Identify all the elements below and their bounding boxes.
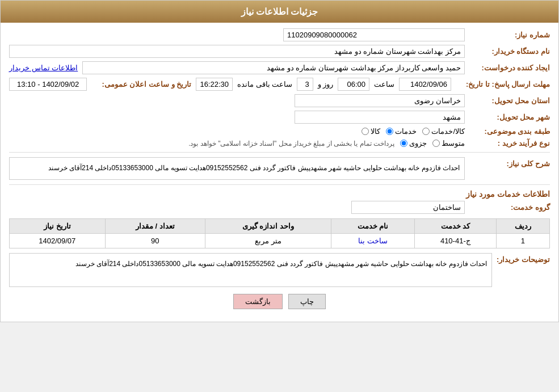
- no-farayand-label: نوع فرآیند خرید :: [465, 139, 550, 147]
- bazgasht-button[interactable]: بازگشت: [233, 294, 283, 309]
- divider-2: [9, 184, 550, 185]
- baghimande-label: ساعت باقی مانده: [235, 80, 295, 88]
- ostan-row: استان محل تحویل: خراسان رضوی: [9, 94, 550, 107]
- radio-kala-khadamat-input[interactable]: [422, 128, 430, 135]
- tarikh-label: تاریخ و ساعت اعلان عمومی:: [89, 80, 191, 88]
- radio-jozvi: جزوی: [400, 139, 427, 147]
- khadamat-title: اطلاعات خدمات مورد نیاز: [9, 189, 550, 199]
- saat-label: ساعت: [372, 80, 397, 88]
- radio-motavasset-input[interactable]: [432, 140, 440, 147]
- tabaqe-row: طبقه بندی موضوعی: کالا/خدمات خدمات کالا: [9, 127, 550, 136]
- page-title: جزئیات اطلاعات نیاز: [241, 7, 318, 16]
- rooz-value: 3: [297, 78, 313, 91]
- shomare-niaz-value: 11020909080000062: [283, 28, 465, 41]
- goroh-row: گروه خدمت: ساختمان: [9, 201, 550, 214]
- tarikh-value: 1402/09/02 - 13:10: [9, 78, 87, 91]
- nam-dastgah-row: نام دستگاه خریدار: مرکز بهداشت شهرستان ش…: [9, 45, 550, 58]
- services-table-section: ردیف کد خدمت نام خدمت واحد اندازه گیری ت…: [9, 218, 550, 248]
- col-tarikh: تاریخ نیاز: [10, 218, 106, 233]
- cell-tedad: 90: [105, 233, 205, 248]
- radio-motavasset-label: متوسط: [442, 139, 465, 147]
- ostan-label: استان محل تحویل:: [465, 96, 550, 105]
- table-row: 1 ج-41-410 ساخت بنا متر مربع 90 1402/09/…: [10, 233, 550, 248]
- page-header: جزئیات اطلاعات نیاز: [1, 1, 558, 23]
- col-kod: کد خدمت: [415, 218, 496, 233]
- shahr-label: شهر محل تحویل:: [465, 113, 550, 121]
- radio-khadamat-label: خدمات: [395, 127, 417, 136]
- divider-1: [9, 152, 550, 153]
- cell-kod: ج-41-410: [415, 233, 496, 248]
- radio-khadamat-input[interactable]: [386, 128, 393, 135]
- ostan-value: خراسان رضوی: [295, 94, 465, 107]
- col-radif: ردیف: [496, 218, 549, 233]
- saat-value: 06:00: [338, 78, 369, 91]
- shomare-niaz-row: شماره نیاز: 11020909080000062: [9, 28, 550, 41]
- sharh-row: شرح کلی نیاز: احداث فازدوم خانه بهداشت ح…: [9, 157, 550, 180]
- services-table: ردیف کد خدمت نام خدمت واحد اندازه گیری ت…: [9, 218, 550, 248]
- tabaqe-radio-group: کالا/خدمات خدمات کالا: [9, 127, 465, 136]
- no-farayand-row: نوع فرآیند خرید : متوسط جزوی پرداخت تمام…: [9, 139, 550, 147]
- radio-motavasset: متوسط: [432, 139, 465, 147]
- cell-vahed: متر مربع: [205, 233, 331, 248]
- shahr-value: مشهد: [295, 111, 465, 124]
- radio-khadamat: خدمات: [386, 127, 417, 136]
- ijad-konande-row: ایجاد کننده درخواست: حمید واسعی کاربرداز…: [9, 61, 550, 74]
- radio-jozvi-label: جزوی: [409, 139, 427, 147]
- goroh-label: گروه خدمت:: [465, 203, 550, 212]
- radio-kala: کالا: [362, 127, 380, 136]
- col-nam: نام خدمت: [331, 218, 415, 233]
- button-row: بازگشت چاپ: [9, 294, 550, 309]
- col-vahed: واحد اندازه گیری: [205, 218, 331, 233]
- radio-kala-khadamat: کالا/خدمات: [422, 127, 465, 136]
- col-tedad: تعداد / مقدار: [105, 218, 205, 233]
- mohlet-label: مهلت ارسال پاسخ: تا تاریخ:: [453, 80, 550, 88]
- cell-nam: ساخت بنا: [331, 233, 415, 248]
- radio-kala-label: کالا: [371, 127, 380, 136]
- tosihaat-value: احداث فازدوم خانه بهداشت حلوایی حاشیه شه…: [9, 253, 492, 287]
- date-value: 1402/09/06: [399, 78, 451, 91]
- radio-kala-input[interactable]: [362, 128, 369, 135]
- farayand-radio-group: متوسط جزوی پرداخت تمام یا بخشی از مبلغ خ…: [9, 139, 465, 147]
- rooz-label: روز و: [316, 80, 336, 88]
- farayand-note: پرداخت تمام یا بخشی از مبلغ خریداز محل "…: [188, 140, 394, 147]
- radio-jozvi-input[interactable]: [400, 140, 407, 147]
- nam-dastgah-value: مرکز بهداشت شهرستان شماره دو مشهد: [9, 45, 465, 58]
- baghimande-value: 16:22:30: [196, 78, 233, 91]
- cell-tarikh: 1402/09/07: [10, 233, 106, 248]
- table-header-row: ردیف کد خدمت نام خدمت واحد اندازه گیری ت…: [10, 218, 550, 233]
- ijad-konande-value: حمید واسعی کاربرداز مرکز بهداشت شهرستان …: [82, 61, 465, 74]
- nam-dastgah-label: نام دستگاه خریدار:: [465, 47, 550, 56]
- shomare-niaz-label: شماره نیاز:: [465, 31, 550, 39]
- mohlet-row: مهلت ارسال پاسخ: تا تاریخ: 1402/09/06 سا…: [9, 78, 550, 91]
- goroh-value: ساختمان: [351, 201, 465, 214]
- sharh-label: شرح کلی نیاز:: [465, 157, 550, 168]
- tabaqe-label: طبقه بندی موضوعی:: [465, 127, 550, 136]
- sharh-value: احداث فازدوم خانه بهداشت حلوایی حاشیه شه…: [9, 157, 465, 180]
- cell-radif: 1: [496, 233, 549, 248]
- shahr-row: شهر محل تحویل: مشهد: [9, 111, 550, 124]
- tosihaat-row: توضیحات خریدار: احداث فازدوم خانه بهداشت…: [9, 253, 550, 287]
- tosihaat-label: توضیحات خریدار:: [492, 253, 550, 264]
- radio-kala-khadamat-label: کالا/خدمات: [431, 127, 465, 136]
- ettelaat-tamas-link[interactable]: اطلاعات تماس خریدار: [9, 64, 78, 72]
- ijad-konande-label: ایجاد کننده درخواست:: [465, 64, 550, 72]
- chap-button[interactable]: چاپ: [288, 294, 326, 309]
